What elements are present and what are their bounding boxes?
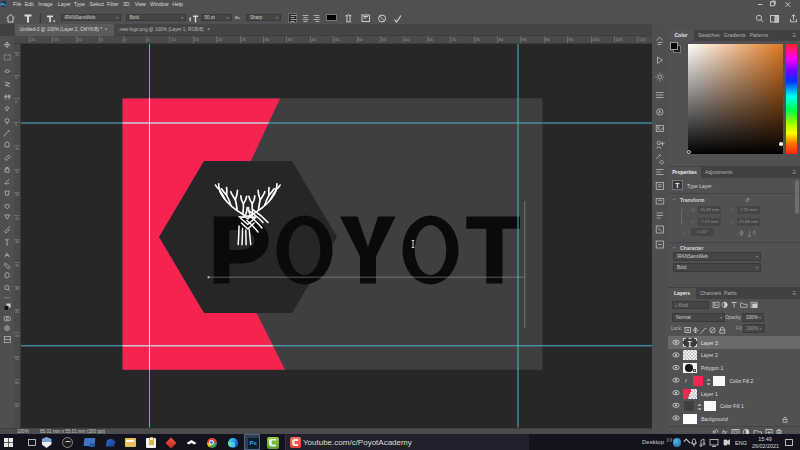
svg-text:ENG: ENG [735, 440, 747, 446]
